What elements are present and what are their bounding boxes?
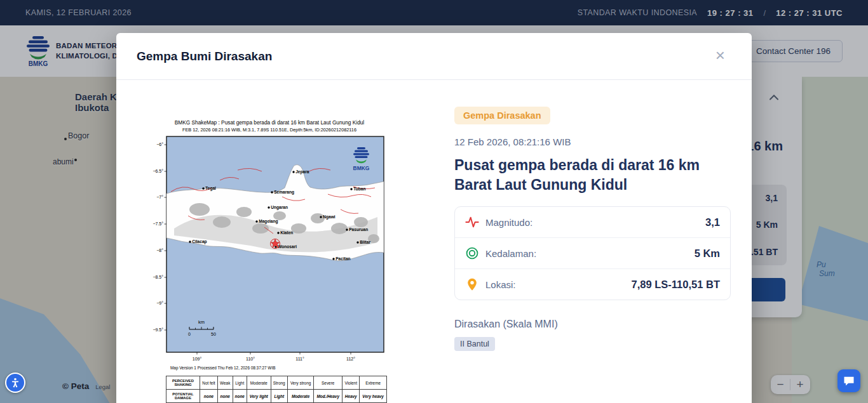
page: Daerah K Ibukota Bogor abumi Pu Sum 16 k… — [0, 0, 868, 403]
mmi-shaking-cell: Light — [233, 376, 247, 390]
lon-tick-label: 111° — [295, 357, 304, 361]
lat-tick-label: −7° — [156, 195, 163, 199]
mmi-scale-table: PERCEIVED SHAKING Not feltWeakLightModer… — [166, 376, 387, 403]
detail-row-location: Lokasi: 7,89 LS-110,51 BT — [455, 269, 730, 300]
felt-badge: II Bantul — [454, 337, 495, 351]
modal-header: Gempa Bumi Dirasakan × — [116, 33, 752, 80]
city-marker — [277, 232, 279, 234]
mmi-shaking-cell: Weak — [217, 376, 233, 390]
city-marker — [271, 191, 273, 193]
mmi-damage-cell: none — [233, 390, 247, 403]
location-pin-icon — [465, 277, 479, 291]
city-marker — [292, 171, 294, 173]
quake-datetime: 12 Feb 2026, 08:21:16 WIB — [454, 136, 731, 147]
city-label: Ngawi — [323, 215, 336, 220]
quake-detail-card: Magnitudo: 3,1 Kedalaman: 5 Km Lokasi: 7… — [454, 206, 731, 300]
detail-value: 5 Km — [695, 248, 720, 260]
detail-label: Magnitudo: — [485, 217, 532, 228]
chat-button[interactable] — [837, 369, 860, 392]
quake-headline: Pusat gempa berada di darat 16 km Barat … — [454, 155, 731, 195]
city-label: Pasuruan — [349, 227, 368, 232]
shakemap-subtitle: FEB 12, 2026 08:21:16 WIB, M:3.1, 7.89S … — [149, 126, 390, 133]
mmi-damage-cell: Very heavy — [360, 390, 387, 403]
mmi-damage-cell: Moderate — [287, 390, 313, 403]
detail-value: 3,1 — [705, 216, 720, 228]
city-marker — [346, 228, 348, 230]
shakemap: BMKG ShakeMap : Pusat gempa berada di da… — [149, 119, 390, 403]
city-label: Jepara — [295, 169, 309, 175]
lat-tick-label: −8° — [156, 248, 163, 253]
shakemap-plot: km 0 50 — [149, 133, 390, 373]
mmi-damage-header: POTENTIAL DAMAGE — [166, 390, 200, 403]
mmi-shaking-cell: Strong — [271, 376, 287, 390]
lat-tick-label: −9° — [156, 301, 163, 305]
mmi-shaking-cell: Very strong — [287, 376, 313, 390]
detail-label: Kedalaman: — [485, 248, 536, 259]
mmi-shaking-cell: Moderate — [247, 376, 271, 390]
mmi-shaking-row: PERCEIVED SHAKING Not feltWeakLightModer… — [166, 376, 387, 390]
city-marker — [356, 241, 358, 243]
shakemap-version-note: Map Version 1 Processed Thu Feb 12, 2026… — [170, 366, 275, 371]
mmi-damage-cell: Heavy — [342, 390, 360, 403]
city-label: Cilacap — [192, 239, 207, 244]
city-label: Semarang — [274, 190, 294, 195]
svg-text:0: 0 — [188, 332, 191, 336]
city-label: Wonosari — [278, 244, 297, 249]
lon-tick-label: 112° — [346, 357, 355, 361]
mmi-shaking-cell: Not felt — [200, 376, 218, 390]
mmi-damage-cell: Light — [271, 390, 287, 403]
lat-tick-label: −6° — [156, 142, 163, 147]
earthquake-modal: Gempa Bumi Dirasakan × BMKG ShakeMap : P… — [116, 33, 752, 403]
svg-text:km: km — [198, 319, 205, 325]
city-marker — [202, 187, 204, 189]
city-marker — [350, 188, 352, 190]
mmi-shaking-cell: Extreme — [360, 376, 387, 390]
quake-info-panel: Gempa Dirasakan 12 Feb 2026, 08:21:16 WI… — [454, 107, 731, 351]
magnitude-wave-icon — [465, 215, 479, 229]
city-label: Blitar — [360, 240, 370, 244]
mmi-damage-cell: Mod./Heavy — [314, 390, 342, 403]
close-icon[interactable]: × — [715, 47, 725, 63]
mmi-damage-row: POTENTIAL DAMAGE nonenonenoneVery lightL… — [166, 390, 387, 403]
lat-tick-label: −6.5° — [153, 169, 163, 173]
detail-row-depth: Kedalaman: 5 Km — [455, 238, 730, 269]
accessibility-icon — [10, 377, 21, 388]
city-label: Magelang — [259, 219, 278, 224]
svg-text:50: 50 — [211, 332, 216, 336]
lat-tick-label: −9.5° — [153, 327, 163, 332]
mmi-damage-cell: none — [217, 390, 233, 403]
lat-tick-label: −7.5° — [153, 221, 163, 226]
modal-title: Gempa Bumi Dirasakan — [137, 33, 272, 79]
detail-label: Lokasi: — [485, 279, 516, 290]
mmi-shaking-cell: Severe — [314, 376, 342, 390]
lat-tick-label: −8.5° — [153, 275, 163, 279]
city-marker — [332, 258, 334, 260]
lon-tick-label: 110° — [246, 357, 255, 361]
svg-text:BMKG: BMKG — [353, 165, 370, 171]
city-label: Tegal — [205, 186, 216, 191]
city-marker — [320, 216, 322, 218]
mmi-damage-cell: Very light — [247, 390, 271, 403]
city-label: Klaten — [280, 230, 293, 235]
chat-bubble-icon — [843, 374, 855, 387]
lon-tick-label: 109° — [193, 357, 202, 361]
felt-scale-heading: Dirasakan (Skala MMI) — [454, 319, 731, 330]
city-marker — [268, 206, 269, 208]
mmi-damage-cell: none — [200, 390, 218, 403]
city-label: Ungaran — [271, 205, 288, 210]
city-marker — [189, 241, 191, 242]
mmi-shaking-cell: Violent — [342, 376, 360, 390]
mmi-shaking-header: PERCEIVED SHAKING — [166, 376, 200, 390]
detail-row-magnitude: Magnitudo: 3,1 — [455, 207, 730, 238]
felt-earthquake-badge: Gempa Dirasakan — [454, 107, 550, 124]
shakemap-title: BMKG ShakeMap : Pusat gempa berada di da… — [149, 119, 390, 126]
city-label: Pacitan — [336, 256, 350, 261]
accessibility-button[interactable] — [5, 373, 25, 393]
city-label: Tuban — [353, 187, 365, 191]
detail-value: 7,89 LS-110,51 BT — [632, 279, 720, 291]
city-marker — [255, 220, 257, 222]
depth-target-icon — [465, 246, 479, 260]
felt-badges-row: II Bantul — [454, 337, 731, 351]
